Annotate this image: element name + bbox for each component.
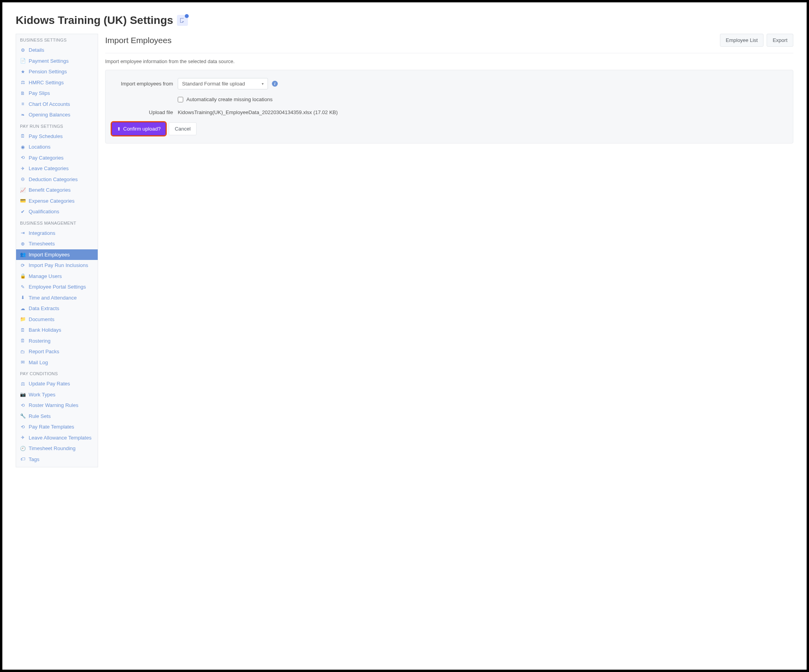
chevron-down-icon: ▾ (262, 82, 264, 86)
sidebar-item-manage-users[interactable]: 🔒Manage Users (16, 271, 98, 282)
confirm-upload-label: Confirm upload? (123, 126, 160, 132)
sidebar-item-work-types[interactable]: 📷Work Types (16, 389, 98, 400)
source-select[interactable]: Standard Format file upload ▾ (178, 78, 268, 89)
sidebar-item-pension-settings[interactable]: ★Pension Settings (16, 66, 98, 77)
sidebar-item-update-pay-rates[interactable]: ⚖Update Pay Rates (16, 378, 98, 389)
sidebar-item-label: Leave Allowance Templates (29, 434, 91, 442)
sidebar-item-label: Import Employees (29, 251, 70, 259)
sidebar-item-time-and-attendance[interactable]: ⬇Time and Attendance (16, 292, 98, 303)
sidebar-item-label: Mail Log (29, 359, 48, 367)
sidebar-item-employee-portal-settings[interactable]: ✎Employee Portal Settings (16, 282, 98, 292)
sidebar-item-payment-settings-icon: 📄 (20, 57, 26, 64)
sidebar-item-work-types-icon: 📷 (20, 391, 26, 398)
sidebar-item-rostering[interactable]: 🗓Rostering (16, 336, 98, 347)
cancel-button[interactable]: Cancel (169, 122, 196, 135)
sidebar-item-label: Rostering (29, 337, 51, 345)
source-label: Import employees from (112, 81, 178, 87)
employee-list-button[interactable]: Employee List (720, 34, 764, 47)
import-panel: Import employees from Standard Format fi… (105, 70, 793, 143)
sidebar-item-chart-of-accounts[interactable]: ≡Chart Of Accounts (16, 99, 98, 110)
sidebar-item-label: Roster Warning Rules (29, 401, 78, 409)
sidebar-item-label: Rule Sets (29, 412, 51, 420)
sidebar-item-rule-sets[interactable]: 🔧Rule Sets (16, 411, 98, 422)
sidebar-item-pay-schedules-icon: 🗓 (20, 133, 26, 140)
sidebar-item-pay-slips[interactable]: 🗎Pay Slips (16, 88, 98, 99)
sidebar-item-bank-holidays[interactable]: 🗓Bank Holidays (16, 325, 98, 336)
sidebar-item-timesheet-rounding-icon: 🕘 (20, 445, 26, 452)
confirm-upload-button[interactable]: ⬆ Confirm upload? (112, 122, 166, 135)
sidebar-item-label: Timesheet Rounding (29, 445, 75, 452)
sidebar-item-label: Locations (29, 143, 51, 151)
sidebar-item-expense-categories[interactable]: 💳Expense Categories (16, 196, 98, 207)
sidebar-item-label: Pay Rate Templates (29, 423, 74, 431)
sidebar-item-roster-warning-rules[interactable]: ⟲Roster Warning Rules (16, 400, 98, 411)
sidebar-item-label: Update Pay Rates (29, 380, 70, 388)
sidebar-item-data-extracts[interactable]: ☁Data Extracts (16, 303, 98, 314)
sidebar-item-label: HMRC Settings (29, 79, 64, 87)
sidebar-item-locations-icon: ◉ (20, 143, 26, 151)
sidebar-item-pay-rate-templates[interactable]: ⟲Pay Rate Templates (16, 421, 98, 432)
sidebar-item-label: Import Pay Run Inclusions (29, 262, 88, 269)
sidebar-section-header: BUSINESS MANAGEMENT (16, 217, 98, 228)
sidebar-item-documents[interactable]: 📁Documents (16, 314, 98, 325)
title-notes-badge[interactable] (177, 15, 188, 26)
sidebar-item-label: Expense Categories (29, 197, 75, 205)
auto-create-locations-checkbox[interactable] (178, 97, 183, 102)
sidebar-item-bank-holidays-icon: 🗓 (20, 327, 26, 334)
badge-count-dot (185, 14, 189, 18)
sidebar-item-pension-settings-icon: ★ (20, 68, 26, 75)
sidebar-item-hmrc-settings[interactable]: ⚖HMRC Settings (16, 77, 98, 88)
sidebar-section-header: BUSINESS SETTINGS (16, 34, 98, 45)
sidebar-item-locations[interactable]: ◉Locations (16, 142, 98, 153)
upload-file-label: Upload file (112, 109, 178, 115)
sidebar-item-details[interactable]: ⚙Details (16, 45, 98, 56)
sidebar-item-pay-categories[interactable]: ⟲Pay Categories (16, 153, 98, 163)
sidebar-item-mail-log[interactable]: ✉Mail Log (16, 357, 98, 368)
sidebar-item-import-pay-run-inclusions[interactable]: ⟳Import Pay Run Inclusions (16, 260, 98, 271)
sidebar-item-manage-users-icon: 🔒 (20, 272, 26, 280)
sidebar-item-import-employees-icon: 👥 (20, 251, 26, 258)
sidebar-item-pay-categories-icon: ⟲ (20, 154, 26, 161)
sidebar-item-update-pay-rates-icon: ⚖ (20, 380, 26, 387)
sidebar-item-import-pay-run-inclusions-icon: ⟳ (20, 262, 26, 269)
sidebar-item-opening-balances[interactable]: ❧Opening Balances (16, 109, 98, 120)
sidebar-item-label: Leave Categories (29, 165, 69, 173)
sidebar-item-qualifications[interactable]: ✔Qualifications (16, 206, 98, 217)
sidebar-item-deduction-categories[interactable]: ⊖Deduction Categories (16, 174, 98, 185)
sidebar-item-leave-allowance-templates[interactable]: ✈Leave Allowance Templates (16, 432, 98, 443)
sidebar-item-label: Benefit Categories (29, 186, 71, 194)
sidebar-item-timesheets-icon: ⊕ (20, 240, 26, 247)
sidebar-item-tags[interactable]: 🏷Tags (16, 454, 98, 465)
sidebar-section-header: PAY RUN SETTINGS (16, 120, 98, 131)
sidebar-item-label: Report Packs (29, 348, 59, 356)
sidebar-item-label: Work Types (29, 391, 55, 399)
sidebar-item-import-employees[interactable]: 👥Import Employees (16, 249, 98, 260)
sidebar-item-label: Pension Settings (29, 68, 67, 76)
sidebar-item-mail-log-icon: ✉ (20, 359, 26, 366)
sidebar-item-timesheet-rounding[interactable]: 🕘Timesheet Rounding (16, 443, 98, 454)
sidebar-item-qualifications-icon: ✔ (20, 208, 26, 215)
sidebar-item-label: Integrations (29, 229, 55, 237)
sidebar-item-report-packs[interactable]: 🗀Report Packs (16, 346, 98, 357)
sidebar-item-pay-rate-templates-icon: ⟲ (20, 423, 26, 430)
sidebar-item-label: Pay Slips (29, 89, 50, 97)
info-icon[interactable]: i (272, 81, 278, 87)
sidebar-item-leave-categories[interactable]: ✈Leave Categories (16, 163, 98, 174)
sidebar-item-integrations[interactable]: ⇥Integrations (16, 228, 98, 239)
sidebar-item-data-extracts-icon: ☁ (20, 305, 26, 312)
sidebar-item-timesheets[interactable]: ⊕Timesheets (16, 238, 98, 249)
sidebar-item-payment-settings[interactable]: 📄Payment Settings (16, 56, 98, 67)
sidebar-item-label: Bank Holidays (29, 326, 61, 334)
sidebar-item-label: Opening Balances (29, 111, 70, 119)
sidebar-item-benefit-categories[interactable]: 📈Benefit Categories (16, 185, 98, 196)
sidebar-item-details-icon: ⚙ (20, 47, 26, 54)
intro-text: Import employee information from the sel… (105, 59, 793, 64)
sidebar-item-pay-schedules[interactable]: 🗓Pay Schedules (16, 131, 98, 142)
sidebar-item-roster-warning-rules-icon: ⟲ (20, 402, 26, 409)
upload-file-value: KidowsTraining(UK)_EmployeeData_20220304… (178, 109, 338, 115)
sidebar-item-hmrc-settings-icon: ⚖ (20, 79, 26, 86)
sidebar-item-documents-icon: 📁 (20, 316, 26, 323)
auto-create-locations-label: Automatically create missing locations (186, 96, 273, 102)
export-button[interactable]: Export (767, 34, 793, 47)
sidebar-item-label: Pay Categories (29, 154, 64, 162)
